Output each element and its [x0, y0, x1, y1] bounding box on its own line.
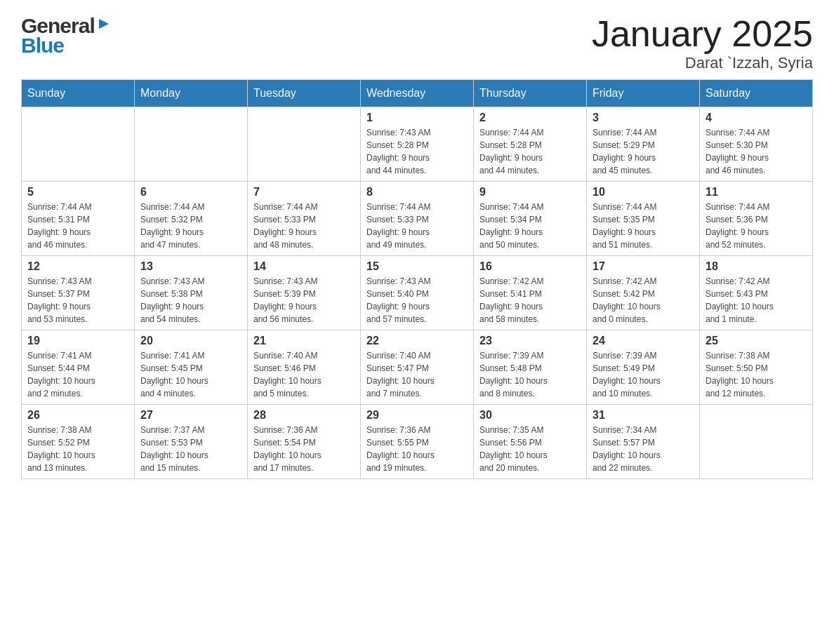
day-number: 31 — [593, 409, 694, 422]
calendar-week-row: 12Sunrise: 7:43 AM Sunset: 5:37 PM Dayli… — [22, 256, 813, 330]
svg-marker-0 — [99, 19, 109, 29]
day-number: 3 — [593, 112, 694, 124]
calendar-day-cell: 12Sunrise: 7:43 AM Sunset: 5:37 PM Dayli… — [22, 256, 135, 330]
day-number: 1 — [366, 112, 468, 124]
day-of-week-header: Wednesday — [361, 80, 474, 107]
day-info: Sunrise: 7:38 AM Sunset: 5:52 PM Dayligh… — [27, 424, 128, 474]
day-info: Sunrise: 7:43 AM Sunset: 5:37 PM Dayligh… — [27, 275, 128, 326]
day-of-week-header: Thursday — [474, 80, 587, 107]
day-number: 24 — [593, 335, 694, 347]
calendar-day-cell: 2Sunrise: 7:44 AM Sunset: 5:28 PM Daylig… — [474, 107, 587, 182]
calendar-day-cell: 15Sunrise: 7:43 AM Sunset: 5:40 PM Dayli… — [361, 256, 474, 330]
day-info: Sunrise: 7:42 AM Sunset: 5:43 PM Dayligh… — [706, 275, 807, 326]
day-number: 22 — [366, 335, 468, 347]
day-number: 18 — [706, 260, 807, 273]
day-number: 28 — [253, 409, 355, 422]
day-number: 26 — [27, 409, 128, 422]
calendar-day-cell: 11Sunrise: 7:44 AM Sunset: 5:36 PM Dayli… — [700, 182, 813, 256]
day-info: Sunrise: 7:40 AM Sunset: 5:46 PM Dayligh… — [253, 349, 355, 400]
day-of-week-header: Saturday — [700, 80, 813, 107]
day-number: 17 — [593, 260, 694, 273]
day-number: 30 — [479, 409, 581, 422]
day-number: 4 — [706, 112, 807, 124]
logo-blue-text: Blue — [21, 34, 64, 58]
calendar-day-cell: 4Sunrise: 7:44 AM Sunset: 5:30 PM Daylig… — [700, 107, 813, 182]
day-number: 19 — [27, 335, 128, 347]
calendar-day-cell: 27Sunrise: 7:37 AM Sunset: 5:53 PM Dayli… — [135, 405, 248, 479]
calendar-week-row: 19Sunrise: 7:41 AM Sunset: 5:44 PM Dayli… — [22, 330, 813, 405]
calendar-day-cell: 30Sunrise: 7:35 AM Sunset: 5:56 PM Dayli… — [474, 405, 587, 479]
calendar-week-row: 26Sunrise: 7:38 AM Sunset: 5:52 PM Dayli… — [22, 405, 813, 479]
day-info: Sunrise: 7:44 AM Sunset: 5:31 PM Dayligh… — [27, 201, 128, 251]
day-of-week-header: Sunday — [22, 80, 135, 107]
day-number: 20 — [140, 335, 241, 347]
day-info: Sunrise: 7:44 AM Sunset: 5:28 PM Dayligh… — [479, 126, 581, 177]
calendar-title: January 2025 — [592, 14, 813, 54]
day-number: 21 — [253, 335, 355, 347]
day-info: Sunrise: 7:36 AM Sunset: 5:54 PM Dayligh… — [253, 424, 355, 474]
day-info: Sunrise: 7:42 AM Sunset: 5:41 PM Dayligh… — [479, 275, 581, 326]
day-info: Sunrise: 7:41 AM Sunset: 5:45 PM Dayligh… — [140, 349, 241, 400]
day-info: Sunrise: 7:44 AM Sunset: 5:34 PM Dayligh… — [479, 201, 581, 251]
day-number: 16 — [479, 260, 581, 273]
calendar-week-row: 1Sunrise: 7:43 AM Sunset: 5:28 PM Daylig… — [22, 107, 813, 182]
day-number: 8 — [366, 186, 468, 199]
calendar-day-cell: 31Sunrise: 7:34 AM Sunset: 5:57 PM Dayli… — [587, 405, 700, 479]
day-info: Sunrise: 7:44 AM Sunset: 5:35 PM Dayligh… — [593, 201, 694, 251]
day-info: Sunrise: 7:44 AM Sunset: 5:36 PM Dayligh… — [706, 201, 807, 251]
day-number: 2 — [479, 112, 581, 124]
day-info: Sunrise: 7:42 AM Sunset: 5:42 PM Dayligh… — [593, 275, 694, 326]
day-info: Sunrise: 7:44 AM Sunset: 5:30 PM Dayligh… — [706, 126, 807, 177]
day-info: Sunrise: 7:37 AM Sunset: 5:53 PM Dayligh… — [140, 424, 241, 474]
logo: General Blue — [21, 14, 112, 58]
day-info: Sunrise: 7:43 AM Sunset: 5:28 PM Dayligh… — [366, 126, 468, 177]
calendar-day-cell: 25Sunrise: 7:38 AM Sunset: 5:50 PM Dayli… — [700, 330, 813, 405]
title-block: January 2025 Darat `Izzah, Syria — [592, 14, 813, 72]
calendar-day-cell: 26Sunrise: 7:38 AM Sunset: 5:52 PM Dayli… — [22, 405, 135, 479]
calendar-day-cell: 14Sunrise: 7:43 AM Sunset: 5:39 PM Dayli… — [248, 256, 361, 330]
calendar-day-cell: 9Sunrise: 7:44 AM Sunset: 5:34 PM Daylig… — [474, 182, 587, 256]
day-number: 14 — [253, 260, 355, 273]
day-number: 25 — [706, 335, 807, 347]
day-number: 6 — [140, 186, 241, 199]
calendar-day-cell: 17Sunrise: 7:42 AM Sunset: 5:42 PM Dayli… — [587, 256, 700, 330]
calendar-subtitle: Darat `Izzah, Syria — [592, 54, 813, 72]
day-number: 12 — [27, 260, 128, 273]
day-info: Sunrise: 7:35 AM Sunset: 5:56 PM Dayligh… — [479, 424, 581, 474]
day-info: Sunrise: 7:41 AM Sunset: 5:44 PM Dayligh… — [27, 349, 128, 400]
day-info: Sunrise: 7:40 AM Sunset: 5:47 PM Dayligh… — [366, 349, 468, 400]
day-info: Sunrise: 7:38 AM Sunset: 5:50 PM Dayligh… — [706, 349, 807, 400]
calendar-day-cell: 16Sunrise: 7:42 AM Sunset: 5:41 PM Dayli… — [474, 256, 587, 330]
calendar-day-cell: 21Sunrise: 7:40 AM Sunset: 5:46 PM Dayli… — [248, 330, 361, 405]
calendar-header-row: SundayMondayTuesdayWednesdayThursdayFrid… — [22, 80, 813, 107]
calendar-day-cell: 22Sunrise: 7:40 AM Sunset: 5:47 PM Dayli… — [361, 330, 474, 405]
calendar-day-cell: 5Sunrise: 7:44 AM Sunset: 5:31 PM Daylig… — [22, 182, 135, 256]
calendar-day-cell: 1Sunrise: 7:43 AM Sunset: 5:28 PM Daylig… — [361, 107, 474, 182]
calendar-day-cell: 3Sunrise: 7:44 AM Sunset: 5:29 PM Daylig… — [587, 107, 700, 182]
day-number: 11 — [706, 186, 807, 199]
calendar-day-cell: 6Sunrise: 7:44 AM Sunset: 5:32 PM Daylig… — [135, 182, 248, 256]
day-number: 7 — [253, 186, 355, 199]
calendar-table: SundayMondayTuesdayWednesdayThursdayFrid… — [21, 79, 813, 479]
day-info: Sunrise: 7:39 AM Sunset: 5:48 PM Dayligh… — [479, 349, 581, 400]
calendar-day-cell: 20Sunrise: 7:41 AM Sunset: 5:45 PM Dayli… — [135, 330, 248, 405]
calendar-day-cell: 29Sunrise: 7:36 AM Sunset: 5:55 PM Dayli… — [361, 405, 474, 479]
day-of-week-header: Monday — [135, 80, 248, 107]
calendar-day-cell — [135, 107, 248, 182]
day-of-week-header: Tuesday — [248, 80, 361, 107]
day-info: Sunrise: 7:43 AM Sunset: 5:40 PM Dayligh… — [366, 275, 468, 326]
day-number: 23 — [479, 335, 581, 347]
calendar-day-cell: 8Sunrise: 7:44 AM Sunset: 5:33 PM Daylig… — [361, 182, 474, 256]
day-info: Sunrise: 7:43 AM Sunset: 5:38 PM Dayligh… — [140, 275, 241, 326]
day-info: Sunrise: 7:44 AM Sunset: 5:33 PM Dayligh… — [366, 201, 468, 251]
page-header: General Blue January 2025 Darat `Izzah, … — [21, 14, 813, 72]
day-number: 9 — [479, 186, 581, 199]
calendar-day-cell: 13Sunrise: 7:43 AM Sunset: 5:38 PM Dayli… — [135, 256, 248, 330]
day-number: 15 — [366, 260, 468, 273]
day-info: Sunrise: 7:34 AM Sunset: 5:57 PM Dayligh… — [593, 424, 694, 474]
calendar-day-cell — [248, 107, 361, 182]
day-of-week-header: Friday — [587, 80, 700, 107]
day-info: Sunrise: 7:43 AM Sunset: 5:39 PM Dayligh… — [253, 275, 355, 326]
calendar-day-cell: 10Sunrise: 7:44 AM Sunset: 5:35 PM Dayli… — [587, 182, 700, 256]
day-number: 5 — [27, 186, 128, 199]
